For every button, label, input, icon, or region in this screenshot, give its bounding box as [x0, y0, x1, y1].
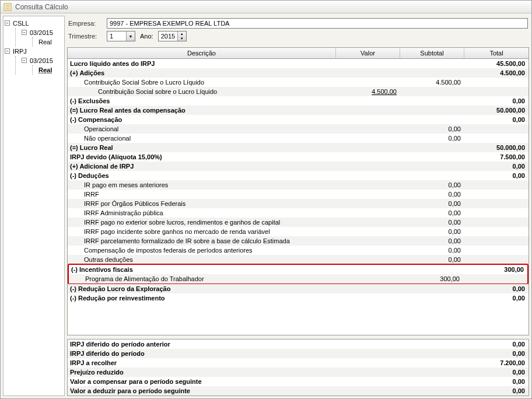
table-row[interactable]: (+) Adições4.500,00	[68, 68, 528, 78]
col-header-valor[interactable]: Valor	[336, 48, 400, 58]
empresa-label: Empresa:	[68, 20, 102, 27]
cell-desc: (-) Incentivos fiscais	[69, 265, 335, 274]
tree-node-csll-real[interactable]: Real	[38, 37, 63, 47]
tree-node-csll[interactable]: − CSLL − 03/2015 Real	[5, 19, 63, 47]
table-row[interactable]: IRRF pago incidente sobre ganhos no merc…	[68, 227, 528, 236]
tree-toggle-icon[interactable]: −	[5, 20, 10, 26]
table-row[interactable]: IRRF Administração pública0,00	[68, 208, 528, 218]
spin-buttons[interactable]: ▲▼	[177, 32, 186, 41]
grid-body[interactable]: Lucro líquido antes do IRPJ45.500,00(+) …	[67, 59, 529, 335]
cell-desc: (-) Compensação	[68, 115, 336, 124]
cell-valor	[336, 386, 400, 396]
table-row[interactable]: IRRF parcelamento formalizado de IR sobr…	[68, 236, 528, 246]
tree-node-irpj[interactable]: − IRPJ − 03/2015 Real	[5, 47, 63, 75]
trimestre-input[interactable]	[107, 32, 126, 41]
cell-valor	[336, 208, 400, 218]
table-row[interactable]: IRPJ diferido do período0,00	[68, 349, 528, 358]
tree-node-irpj-real[interactable]: Real	[38, 65, 63, 75]
cell-valor	[336, 199, 400, 208]
cell-valor	[336, 162, 400, 171]
table-row[interactable]: Compensação de impostos federais de perí…	[68, 246, 528, 255]
table-row[interactable]: (-) Deduções0,00	[68, 171, 528, 180]
table-row[interactable]: Contribuição Social sobre o Lucro Líquid…	[68, 87, 528, 96]
tree-label: Real	[38, 66, 52, 74]
grid-header: Descrição Valor Subtotal Total	[67, 47, 529, 59]
tree-toggle-icon[interactable]: −	[5, 48, 10, 54]
table-row[interactable]: (+) Adicional de IRPJ0,00	[68, 162, 528, 171]
tree-label: Real	[38, 38, 52, 46]
cell-subtotal: 0,00	[400, 134, 464, 143]
table-row[interactable]: (-) Incentivos fiscais300,00	[69, 265, 527, 274]
table-row[interactable]: (=) Lucro Real50.000,00	[68, 143, 528, 152]
table-row[interactable]: Operacional0,00	[68, 124, 528, 134]
titlebar: Consulta Cálculo	[1, 1, 531, 13]
table-row[interactable]: (-) Compensação0,00	[68, 115, 528, 124]
table-row[interactable]: (-) Exclusões0,00	[68, 96, 528, 106]
table-row[interactable]: Valor a deduzir para o período seguinte0…	[68, 386, 528, 396]
empresa-input[interactable]	[107, 18, 528, 29]
cell-subtotal	[400, 340, 464, 349]
col-header-desc[interactable]: Descrição	[68, 48, 336, 58]
cell-total	[464, 134, 528, 143]
body: − CSLL − 03/2015 Real − IR	[1, 13, 531, 398]
tree-sidebar: − CSLL − 03/2015 Real − IR	[3, 16, 65, 396]
cell-total: 0,00	[464, 171, 528, 180]
cell-valor	[336, 96, 400, 106]
tree-node-irpj-period[interactable]: − 03/2015 Real	[22, 56, 63, 75]
table-row[interactable]: (-) Redução por reinvestimento0,00	[68, 293, 528, 303]
tree-label: 03/2015	[30, 29, 53, 36]
cell-valor	[336, 59, 400, 68]
cell-desc: (+) Adicional de IRPJ	[68, 162, 336, 171]
table-row[interactable]: IR pago em meses anteriores0,00	[68, 180, 528, 190]
cell-total: 0,00	[464, 377, 528, 386]
ano-spinner[interactable]: ▲▼	[158, 31, 187, 41]
table-row[interactable]: Não operacional0,00	[68, 134, 528, 143]
table-row[interactable]: Lucro líquido antes do IRPJ45.500,00	[68, 59, 528, 68]
tree-toggle-icon[interactable]: −	[22, 30, 27, 35]
cell-subtotal: 0,00	[400, 227, 464, 236]
cell-desc: (-) Deduções	[68, 171, 336, 180]
cell-desc: Programa de Alimentação do Trabalhador	[69, 274, 335, 284]
cell-valor	[336, 124, 400, 134]
cell-subtotal	[400, 358, 464, 368]
cell-subtotal	[400, 115, 464, 124]
col-header-subtotal[interactable]: Subtotal	[400, 48, 464, 58]
trimestre-combo[interactable]: ▼	[107, 31, 135, 41]
table-row[interactable]: IRPJ devido (Alíquota 15,00%)7.500,00	[68, 152, 528, 162]
cell-desc: (-) Redução por reinvestimento	[68, 293, 336, 303]
cell-desc: (-) Exclusões	[68, 96, 336, 106]
tree-node-csll-period[interactable]: − 03/2015 Real	[22, 28, 63, 47]
table-row[interactable]: (=) Lucro Real antes da compensação50.00…	[68, 106, 528, 115]
table-row[interactable]: Contribuição Social Sobre o Lucro Líquid…	[68, 78, 528, 87]
table-row[interactable]: IRPJ a recolher7.200,00	[68, 358, 528, 368]
ano-input[interactable]	[159, 32, 177, 41]
cell-subtotal: 0,00	[400, 236, 464, 246]
table-row[interactable]: Outras deduções0,00	[68, 255, 528, 264]
table-row[interactable]: IRPJ diferido do período anterior0,00	[68, 340, 528, 349]
highlight-region: (-) Incentivos fiscais300,00Programa de …	[68, 264, 528, 285]
cell-subtotal	[400, 171, 464, 180]
cell-subtotal	[400, 349, 464, 358]
table-row[interactable]: IRRF por Órgãos Públicos Federais0,00	[68, 199, 528, 208]
table-row[interactable]: Valor a compensar para o período seguint…	[68, 377, 528, 386]
cell-total: 0,00	[464, 115, 528, 124]
cell-valor	[336, 340, 400, 349]
cell-subtotal: 0,00	[400, 246, 464, 255]
cell-desc: Operacional	[68, 124, 336, 134]
chevron-down-icon[interactable]: ▼	[126, 32, 135, 41]
cell-valor	[336, 236, 400, 246]
cell-total: 0,00	[464, 368, 528, 377]
cell-desc: IRRF por Órgãos Públicos Federais	[68, 199, 336, 208]
table-row[interactable]: Prejuízo reduzido0,00	[68, 368, 528, 377]
cell-subtotal: 0,00	[400, 208, 464, 218]
table-row[interactable]: Programa de Alimentação do Trabalhador30…	[69, 274, 527, 284]
col-header-total[interactable]: Total	[464, 48, 528, 58]
cell-valor	[335, 274, 399, 284]
table-row[interactable]: (-) Redução Lucro da Exploração0,00	[68, 284, 528, 293]
tree-toggle-icon[interactable]: −	[22, 58, 27, 63]
table-row[interactable]: IRRF0,00	[68, 190, 528, 199]
cell-subtotal	[400, 59, 464, 68]
table-row[interactable]: IRRF pago no exterior sobre lucros, rend…	[68, 218, 528, 227]
cell-total: 0,00	[464, 162, 528, 171]
cell-desc: IRRF Administração pública	[68, 208, 336, 218]
